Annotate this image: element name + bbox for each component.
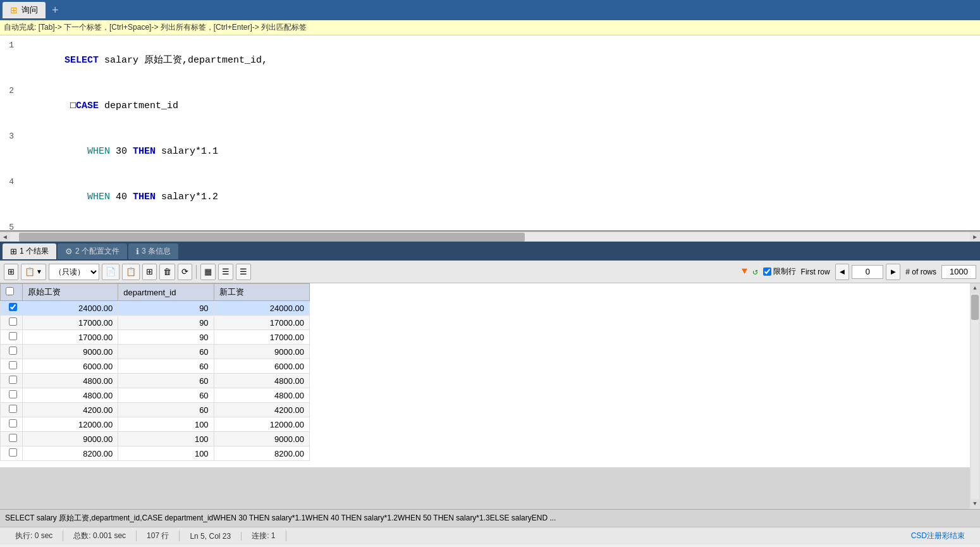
table-row[interactable]: 8200.001008200.00	[1, 446, 310, 461]
code-line-3: 3 WHEN 30 THEN salary*1.1	[0, 129, 980, 175]
bottom-bar: 执行: 0 sec 总数: 0.001 sec 107 行 Ln 5, Col …	[0, 527, 980, 544]
results-panel: ⊞ 1 个结果 ⚙ 2 个配置文件 ℹ 3 条信息 ⊞ 📋 ▼ （只读） 📄 📋…	[0, 242, 980, 509]
mode-select[interactable]: （只读）	[49, 264, 99, 280]
delete-button[interactable]: 🗑	[159, 264, 175, 280]
table-wrapper[interactable]: 原始工资 department_id 新工资 24000.009024000.0…	[0, 283, 970, 467]
config-icon: ⚙	[65, 247, 73, 256]
results-tab-3[interactable]: ℹ 3 条信息	[128, 243, 178, 259]
rows-input[interactable]	[941, 265, 976, 279]
table-row[interactable]: 4800.00604800.00	[1, 388, 310, 403]
header-salary: 原始工资	[22, 284, 118, 301]
table-row[interactable]: 4800.00604800.00	[1, 374, 310, 388]
query-tab[interactable]: ⊞ 询问	[3, 2, 46, 18]
nav-prev-button[interactable]: ◄	[835, 264, 850, 280]
results-toolbar: ⊞ 📋 ▼ （只读） 📄 📋 ⊞ 🗑 ⟳ ▦ ☰ ☰ ▼ ↺ 限制行 First…	[0, 261, 980, 283]
refresh-icon: ↺	[752, 266, 757, 277]
hash-of-rows: # of rows	[905, 267, 936, 276]
results-tab-3-label: 3 条信息	[142, 246, 171, 257]
info-icon: ℹ	[136, 247, 139, 256]
extra-info: CSD注册彩结束	[901, 531, 975, 541]
export-dropdown-icon: ▼	[36, 268, 42, 275]
connection: 连接: 1	[242, 531, 286, 541]
export-button[interactable]: 📋 ▼	[21, 264, 46, 280]
table-row[interactable]: 9000.00609000.00	[1, 345, 310, 359]
limit-checkbox[interactable]	[763, 267, 771, 276]
scroll-left-arrow[interactable]: ◄	[0, 232, 10, 242]
line-code-5: WHEN 50 THEN salary*1.3	[19, 220, 219, 230]
table-row[interactable]: 4200.00604200.00	[1, 403, 310, 417]
scroll-track[interactable]	[971, 293, 979, 499]
code-line-1: 1 SELECT salary 原始工资,department_id,	[0, 38, 980, 83]
grid-view-button[interactable]: ⊞	[4, 264, 18, 280]
exec-time: 执行: 0 sec	[5, 531, 63, 541]
table-row[interactable]: 9000.001009000.00	[1, 432, 310, 446]
status-bar: SELECT salary 原始工资,department_id,CASE de…	[0, 509, 980, 527]
row-checkbox[interactable]	[9, 405, 17, 413]
scroll-down-arrow[interactable]: ▼	[973, 499, 976, 509]
line-num-2: 2	[0, 83, 19, 99]
nav-input[interactable]: 0	[852, 265, 883, 279]
total-time: 总数: 0.001 sec	[63, 531, 137, 541]
table-row[interactable]: 12000.0010012000.00	[1, 417, 310, 432]
vertical-scrollbar[interactable]: ▲ ▼	[970, 283, 980, 509]
code-line-4: 4 WHEN 40 THEN salary*1.2	[0, 175, 980, 220]
hint-text: 自动完成: [Tab]-> 下一个标签，[Ctrl+Space]-> 列出所有标…	[4, 23, 307, 32]
copy-button[interactable]: 📄	[102, 264, 119, 280]
cursor-pos: Ln 5, Col 23	[180, 532, 242, 541]
scroll-up-arrow[interactable]: ▲	[973, 283, 976, 293]
table-button[interactable]: ⊞	[142, 264, 157, 280]
table-row[interactable]: 17000.009017000.00	[1, 316, 310, 330]
editor-content[interactable]: 1 SELECT salary 原始工资,department_id, 2 □C…	[0, 35, 980, 230]
row-checkbox[interactable]	[9, 361, 17, 369]
row-checkbox[interactable]	[9, 419, 17, 427]
limit-check: 限制行	[763, 266, 796, 277]
query-tab-icon: ⊞	[10, 5, 18, 15]
nav-next-button[interactable]: ►	[886, 264, 900, 280]
row-checkbox[interactable]	[9, 332, 17, 340]
data-table: 原始工资 department_id 新工资 24000.009024000.0…	[0, 283, 310, 461]
line-num-3: 3	[0, 129, 19, 144]
line-num-4: 4	[0, 175, 19, 190]
row-count: 107 行	[137, 531, 180, 541]
header-checkbox[interactable]	[1, 284, 23, 301]
refresh-button[interactable]: ⟳	[178, 264, 192, 280]
filter-icon: ▼	[742, 266, 747, 277]
export-icon: 📋	[25, 267, 35, 276]
row-checkbox[interactable]	[9, 347, 17, 355]
scroll-thumb-v[interactable]	[971, 295, 979, 320]
title-bar: ⊞ 询问 +	[0, 0, 980, 20]
grid-icon: ⊞	[10, 247, 17, 256]
add-tab-button[interactable]: +	[47, 3, 64, 18]
paste-button[interactable]: 📋	[122, 264, 140, 280]
table-row[interactable]: 17000.009017000.00	[1, 330, 310, 345]
table-row[interactable]: 24000.009024000.00	[1, 301, 310, 316]
row-checkbox[interactable]	[9, 390, 17, 398]
limit-label: 限制行	[773, 266, 796, 277]
results-tab-2-label: 2 个配置文件	[75, 246, 119, 257]
select-all-checkbox[interactable]	[6, 287, 14, 295]
line-code-2: □CASE department_id	[19, 83, 178, 129]
of-rows-label: # of rows	[905, 267, 936, 276]
grid-view-button2[interactable]: ▦	[200, 264, 216, 280]
header-dept: department_id	[118, 284, 214, 301]
results-tab-1[interactable]: ⊞ 1 个结果	[3, 243, 56, 259]
toolbar-sep-1	[196, 265, 197, 279]
scroll-right-arrow[interactable]: ►	[970, 232, 980, 242]
line-code-1: SELECT salary 原始工资,department_id,	[19, 38, 267, 83]
row-checkbox[interactable]	[9, 434, 17, 442]
horizontal-scrollbar[interactable]: ◄ ►	[0, 231, 980, 242]
text-view-button[interactable]: ☰	[236, 264, 251, 280]
row-checkbox[interactable]	[9, 376, 17, 384]
row-checkbox[interactable]	[9, 317, 17, 326]
line-code-4: WHEN 40 THEN salary*1.2	[19, 175, 218, 220]
row-checkbox[interactable]	[9, 303, 17, 311]
scroll-thumb[interactable]	[19, 233, 525, 242]
results-tab-2[interactable]: ⚙ 2 个配置文件	[58, 243, 127, 259]
first-row-label: First row	[801, 267, 830, 276]
list-view-button[interactable]: ☰	[218, 264, 233, 280]
editor-area[interactable]: 1 SELECT salary 原始工资,department_id, 2 □C…	[0, 35, 980, 231]
table-row[interactable]: 6000.00606000.00	[1, 359, 310, 374]
line-num-5: 5	[0, 220, 19, 230]
row-checkbox[interactable]	[9, 448, 17, 457]
table-outer: 原始工资 department_id 新工资 24000.009024000.0…	[0, 283, 980, 509]
